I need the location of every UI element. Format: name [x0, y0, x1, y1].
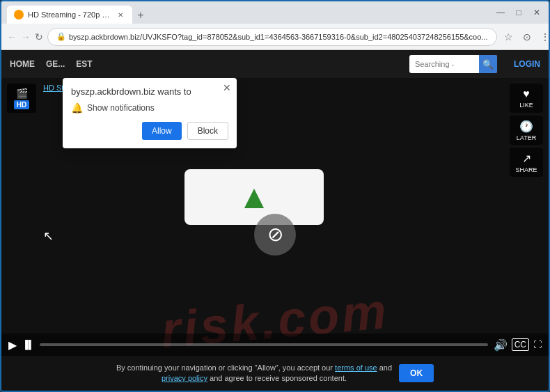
video-controls: ▶ ▐▌ 🔊 CC ⛶: [1, 334, 549, 356]
like-label: LIKE: [519, 102, 533, 109]
maximize-button[interactable]: □: [512, 8, 525, 17]
address-actions: ☆ ⊙ ⋮: [501, 29, 551, 45]
minimize-button[interactable]: —: [494, 8, 507, 17]
play-pause-button[interactable]: ⊘: [254, 214, 296, 256]
lock-icon: 🔒: [56, 32, 66, 41]
consent-text-middle: and: [379, 363, 392, 372]
window-controls: — □ ✕: [494, 8, 543, 17]
later-label: LATER: [517, 134, 536, 141]
hd-badge: 🎬 HD: [7, 84, 36, 113]
consent-text-after: and agree to receive sponsored content.: [210, 374, 347, 382]
block-button[interactable]: Block: [187, 122, 228, 140]
search-button[interactable]: 🔍: [479, 55, 497, 73]
cc-button[interactable]: CC: [512, 338, 529, 351]
menu-icon[interactable]: ⋮: [537, 29, 551, 45]
fullscreen-button[interactable]: ⛶: [533, 340, 542, 350]
volume-button[interactable]: ▐▌: [22, 340, 34, 350]
heart-icon: ♥: [523, 88, 530, 100]
progress-bar[interactable]: [40, 343, 488, 346]
tab-close-button[interactable]: ✕: [116, 10, 125, 19]
terms-link[interactable]: terms of use: [335, 363, 377, 372]
upload-arrow-icon: ▲: [237, 180, 271, 214]
popup-title: byszp.ackbrdown.biz wants to: [71, 86, 228, 97]
search-input[interactable]: [409, 60, 479, 68]
hd-label: HD: [14, 100, 29, 109]
ok-button[interactable]: OK: [399, 364, 434, 382]
tab-title: HD Streaming - 720p - Unlimite...: [28, 10, 111, 19]
share-icon: ↗: [522, 152, 531, 165]
consent-text: By continuing your navigation or clickin…: [116, 363, 392, 384]
share-label: SHARE: [515, 166, 537, 173]
consent-text-before: By continuing your navigation or clickin…: [116, 363, 333, 372]
right-controls: 🔊 CC ⛶: [494, 338, 542, 352]
profile-icon[interactable]: ⊙: [519, 29, 535, 45]
browser-window: HD Streaming - 720p - Unlimite... ✕ + — …: [0, 0, 550, 392]
notification-row: 🔔 Show notifications: [71, 102, 228, 113]
video-side-buttons: ♥ LIKE 🕐 LATER ↗ SHARE: [510, 84, 543, 177]
window-close-button[interactable]: ✕: [531, 8, 543, 17]
consent-bar: By continuing your navigation or clickin…: [1, 356, 549, 391]
site-partial-label: EST: [76, 59, 92, 69]
bell-icon: 🔔: [71, 102, 83, 113]
active-tab[interactable]: HD Streaming - 720p - Unlimite... ✕: [7, 6, 132, 24]
new-tab-button[interactable]: +: [132, 7, 149, 24]
privacy-link[interactable]: privacy policy: [162, 374, 207, 382]
back-button[interactable]: ←: [7, 29, 17, 45]
login-button[interactable]: LOGIN: [514, 59, 540, 69]
tab-area: HD Streaming - 720p - Unlimite... ✕ +: [7, 1, 490, 24]
site-header: HOME GE... EST 🔍 LOGIN: [1, 50, 549, 78]
genre-nav[interactable]: GE...: [46, 59, 65, 69]
popup-close-button[interactable]: ✕: [223, 82, 231, 93]
title-bar: HD Streaming - 720p - Unlimite... ✕ + — …: [1, 1, 549, 24]
bookmark-icon[interactable]: ☆: [501, 29, 517, 45]
later-button[interactable]: 🕐 LATER: [510, 116, 543, 145]
share-button[interactable]: ↗ SHARE: [510, 148, 543, 177]
tab-favicon: [14, 10, 24, 19]
search-bar: 🔍: [409, 55, 497, 73]
video-container: risk.com ✕ byszp.ackbrdown.biz wants to …: [1, 78, 549, 391]
home-nav[interactable]: HOME: [10, 59, 35, 69]
allow-button[interactable]: Allow: [142, 122, 182, 140]
notification-popup: ✕ byszp.ackbrdown.biz wants to 🔔 Show no…: [63, 78, 237, 148]
forward-button[interactable]: →: [21, 29, 31, 45]
upload-area[interactable]: ▲: [184, 169, 324, 225]
notification-text: Show notifications: [87, 103, 155, 113]
clock-icon: 🕐: [519, 120, 533, 133]
mouse-cursor: ↖: [43, 228, 54, 244]
like-button[interactable]: ♥ LIKE: [510, 84, 543, 113]
film-icon: 🎬: [16, 88, 28, 99]
refresh-button[interactable]: ↻: [35, 29, 43, 45]
address-text: byszp.ackbrdown.biz/UVJKSFO?tag_id=87805…: [69, 33, 488, 41]
play-control-button[interactable]: ▶: [8, 338, 17, 352]
popup-buttons: Allow Block: [71, 122, 228, 140]
play-icon: ⊘: [267, 223, 283, 246]
address-input[interactable]: 🔒 byszp.ackbrdown.biz/UVJKSFO?tag_id=878…: [47, 28, 497, 46]
mute-button[interactable]: 🔊: [494, 338, 508, 352]
address-bar: ← → ↻ 🔒 byszp.ackbrdown.biz/UVJKSFO?tag_…: [1, 24, 549, 50]
